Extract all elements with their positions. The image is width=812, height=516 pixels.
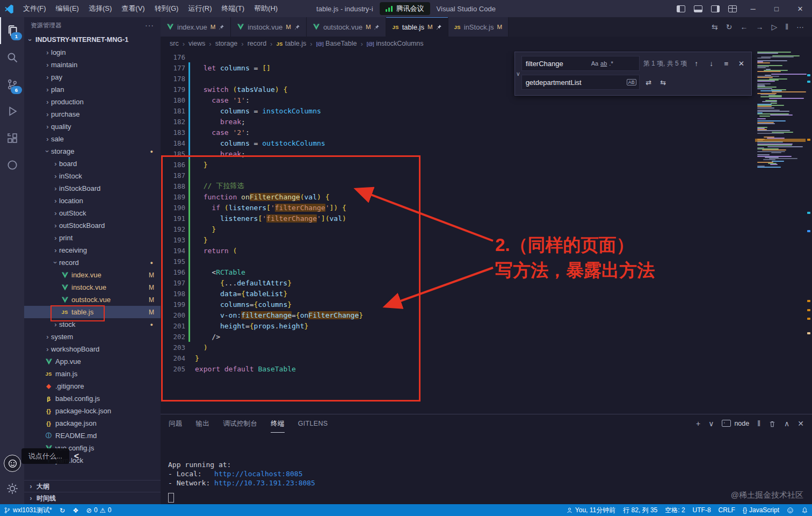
panel-tab[interactable]: GITLENS <box>298 414 328 433</box>
nav-back-icon[interactable]: ← <box>740 23 748 31</box>
code-line[interactable]: 191 listeners['filterChange'](val) <box>161 213 752 224</box>
tab-instock.vue[interactable]: instock.vueM <box>231 17 307 37</box>
sync-changes-icon[interactable]: ↻ <box>56 504 69 516</box>
tree-folder-system[interactable]: ›system <box>24 331 161 343</box>
activity-search-icon[interactable] <box>0 44 24 71</box>
terminal-link[interactable]: http://10.73.191.23:8085 <box>214 479 315 487</box>
tab-index.vue[interactable]: index.vueM <box>161 17 231 37</box>
menubar-item[interactable]: 文件(F) <box>18 0 51 17</box>
close-button[interactable]: ✕ <box>788 0 812 17</box>
code-line[interactable]: 186 } <box>161 159 752 170</box>
breadcrumb-item[interactable]: record <box>248 40 266 47</box>
code-line[interactable]: 202 /> <box>161 331 752 342</box>
maximize-button[interactable]: □ <box>765 0 788 17</box>
split-terminal-icon[interactable]: ‖ <box>757 419 760 428</box>
code-line[interactable]: 205export default BaseTable <box>161 363 752 374</box>
split-editor-icon[interactable]: ‖ <box>785 23 788 31</box>
tree-folder-outstock[interactable]: ›outStock <box>24 207 161 219</box>
tab-instock.js[interactable]: JSinStock.jsM <box>448 17 509 37</box>
activity-extensions-icon[interactable] <box>0 125 24 152</box>
tab-table.js[interactable]: JStable.jsM <box>386 17 448 37</box>
activity-run-debug-icon[interactable] <box>0 98 24 125</box>
match-case-icon[interactable]: Aa <box>590 60 599 67</box>
chat-input[interactable]: 说点什么... <box>21 448 69 464</box>
maximize-panel-icon[interactable]: ∧ <box>784 419 789 428</box>
code-line[interactable]: 193 } <box>161 234 752 245</box>
git-branch-status[interactable]: wxl1031测试* <box>0 504 56 516</box>
outline-section[interactable]: › 大纲 <box>24 480 161 492</box>
breadcrumb-item[interactable]: views <box>189 40 205 47</box>
panel-tab[interactable]: 终端 <box>271 414 285 433</box>
tree-file-main.js[interactable]: JSmain.js <box>24 368 161 380</box>
activity-remote-icon[interactable] <box>0 152 24 178</box>
tree-folder-storage[interactable]: ›storage● <box>24 145 161 157</box>
code-line[interactable]: 181 columns = instockColumns <box>161 105 752 116</box>
breadcrumb-item[interactable]: src <box>170 40 179 47</box>
minimize-button[interactable]: ─ <box>741 0 765 17</box>
code-line[interactable]: 190 if (listeners['filterChange']) { <box>161 202 752 213</box>
regex-icon[interactable]: .* <box>608 60 614 67</box>
tree-folder-sale[interactable]: ›sale <box>24 133 161 145</box>
code-line[interactable]: 182 break; <box>161 116 752 127</box>
breadcrumb-item[interactable]: [@]BaseTable <box>316 40 357 47</box>
tree-folder-board[interactable]: ›board <box>24 157 161 170</box>
terminal-output[interactable]: App running at:- Local: http://localhost… <box>161 433 812 503</box>
tree-file-readme.md[interactable]: ⓘREADME.md <box>24 429 161 442</box>
tree-folder-outstockboard[interactable]: ›outStockBoard <box>24 219 161 232</box>
tree-folder-print[interactable]: ›print <box>24 232 161 244</box>
tree-folder-workshopboard[interactable]: ›workshopBoard <box>24 343 161 355</box>
tree-file-instock.vue[interactable]: instock.vueM <box>24 281 161 293</box>
terminal-picker-chevron-icon[interactable]: ∨ <box>708 419 714 428</box>
tree-file-outstock.vue[interactable]: outstock.vueM <box>24 293 161 306</box>
encoding-status[interactable]: UTF-8 <box>689 504 715 516</box>
menubar-item[interactable]: 终端(T) <box>216 0 249 17</box>
tree-folder-plan[interactable]: ›plan <box>24 83 161 96</box>
kill-terminal-icon[interactable] <box>769 419 776 428</box>
timeline-section[interactable]: › 时间线 <box>24 492 161 504</box>
code-line[interactable]: 198 data={tableList} <box>161 288 752 299</box>
menubar-item[interactable]: 转到(G) <box>150 0 184 17</box>
terminal-instance[interactable]: ›node <box>722 420 749 427</box>
toggle-secondary-sidebar-icon[interactable] <box>707 0 724 17</box>
emoji-overlay-button[interactable] <box>4 455 21 472</box>
feedback-smiley-icon[interactable] <box>783 504 798 516</box>
preserve-case-icon[interactable]: AB <box>627 79 636 85</box>
previous-match-icon[interactable]: ↑ <box>691 60 702 68</box>
tree-folder-stock[interactable]: ›stock● <box>24 318 161 331</box>
tree-folder-production[interactable]: ›production <box>24 96 161 108</box>
tree-folder-instock[interactable]: ›inStock <box>24 170 161 182</box>
eol-status[interactable]: CRLF <box>715 504 739 516</box>
find-in-selection-icon[interactable]: ≡ <box>721 60 732 68</box>
menubar-item[interactable]: 运行(R) <box>183 0 216 17</box>
tree-file-babel.config.js[interactable]: βbabel.config.js <box>24 392 161 405</box>
chat-collapse-icon[interactable]: < <box>74 452 79 461</box>
tree-folder-location[interactable]: ›location <box>24 195 161 207</box>
menubar-item[interactable]: 帮助(H) <box>249 0 282 17</box>
tree-folder-quality[interactable]: ›quality <box>24 120 161 133</box>
code-line[interactable]: 188 // 下拉筛选 <box>161 181 752 191</box>
nav-forward-icon[interactable]: → <box>756 23 763 31</box>
new-terminal-icon[interactable]: + <box>696 419 700 428</box>
tree-folder-purchase[interactable]: ›purchase <box>24 108 161 120</box>
code-line[interactable]: 194 return ( <box>161 245 752 256</box>
activity-explorer-icon[interactable]: 1 <box>0 17 24 44</box>
indentation-status[interactable]: 空格: 2 <box>661 504 688 516</box>
close-find-icon[interactable]: ✕ <box>736 59 747 68</box>
code-line[interactable]: 192 } <box>161 224 752 234</box>
menubar-item[interactable]: 查看(V) <box>117 0 149 17</box>
tree-folder-receiving[interactable]: ›receiving <box>24 244 161 256</box>
breadcrumb-item[interactable]: storage <box>215 40 238 47</box>
minimap[interactable] <box>756 52 804 168</box>
extension-status-icon[interactable]: ❖ <box>69 504 82 516</box>
replace-icon[interactable]: ⇄ <box>643 78 654 87</box>
next-match-icon[interactable]: ↓ <box>706 60 717 68</box>
history-icon[interactable]: ↻ <box>726 23 733 31</box>
breadcrumb-item[interactable]: [@]instockColumns <box>367 40 424 47</box>
notifications-bell-icon[interactable] <box>798 504 812 516</box>
replace-input[interactable]: AB <box>521 75 640 90</box>
tree-folder-maintain[interactable]: ›maintain <box>24 59 161 71</box>
tree-file-.gitignore[interactable]: ◆.gitignore <box>24 380 161 392</box>
whole-word-icon[interactable]: ab <box>599 60 608 67</box>
code-line[interactable]: 197 {...defaultAttrs} <box>161 277 752 288</box>
project-root-folder[interactable]: › INDUSTRY-INTERNET-MNG-1 <box>24 33 161 46</box>
